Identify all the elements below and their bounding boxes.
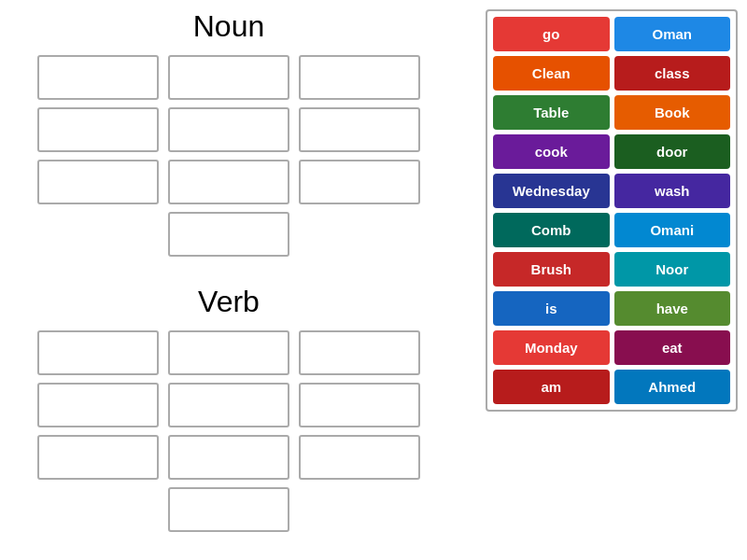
verb-drop-9[interactable]: [299, 435, 420, 480]
noun-drop-8[interactable]: [168, 160, 289, 204]
word-btn-eat[interactable]: eat: [614, 330, 731, 365]
noun-row-4: [28, 212, 430, 257]
noun-drop-1[interactable]: [37, 55, 159, 100]
noun-row-2: [28, 107, 430, 152]
verb-section: Verb: [28, 285, 430, 532]
verb-row-3: [28, 435, 430, 480]
word-btn-noor[interactable]: Noor: [614, 252, 731, 287]
word-btn-door[interactable]: door: [614, 134, 731, 169]
word-btn-omani[interactable]: Omani: [614, 213, 731, 247]
noun-row-3: [28, 160, 430, 204]
word-btn-cook[interactable]: cook: [493, 134, 610, 169]
verb-drop-4[interactable]: [37, 383, 159, 427]
verb-title: Verb: [28, 285, 430, 319]
noun-drop-6[interactable]: [299, 107, 420, 152]
word-btn-class[interactable]: class: [614, 56, 731, 91]
noun-title: Noun: [28, 9, 430, 44]
word-bank: goOmanCleanclassTableBookcookdoorWednesd…: [486, 9, 738, 412]
word-btn-have[interactable]: have: [614, 291, 731, 326]
verb-row-1: [28, 330, 430, 375]
verb-drop-3[interactable]: [299, 330, 420, 375]
verb-drop-7[interactable]: [37, 435, 159, 480]
word-btn-ahmed[interactable]: Ahmed: [614, 370, 731, 404]
noun-drop-10[interactable]: [168, 212, 289, 257]
word-btn-wednesday[interactable]: Wednesday: [493, 174, 610, 208]
word-btn-is[interactable]: is: [493, 291, 610, 326]
verb-drop-8[interactable]: [168, 435, 289, 480]
word-btn-am[interactable]: am: [493, 370, 610, 404]
word-btn-table[interactable]: Table: [493, 95, 610, 130]
word-btn-oman[interactable]: Oman: [614, 17, 731, 51]
word-grid: goOmanCleanclassTableBookcookdoorWednesd…: [493, 17, 730, 404]
word-btn-clean[interactable]: Clean: [493, 56, 610, 91]
left-panel: Noun Verb: [28, 9, 430, 539]
word-btn-monday[interactable]: Monday: [493, 330, 610, 365]
noun-drop-5[interactable]: [168, 107, 289, 152]
verb-drop-6[interactable]: [299, 383, 420, 427]
word-btn-brush[interactable]: Brush: [493, 252, 610, 287]
noun-drop-3[interactable]: [299, 55, 420, 100]
verb-drop-2[interactable]: [168, 330, 289, 375]
noun-row-1: [28, 55, 430, 100]
verb-drop-5[interactable]: [168, 383, 289, 427]
word-btn-book[interactable]: Book: [614, 95, 731, 130]
verb-row-2: [28, 383, 430, 427]
word-btn-wash[interactable]: wash: [614, 174, 731, 208]
verb-drop-10[interactable]: [168, 487, 289, 532]
word-btn-comb[interactable]: Comb: [493, 213, 610, 247]
word-btn-go[interactable]: go: [493, 17, 610, 51]
noun-drop-2[interactable]: [168, 55, 289, 100]
verb-row-4: [28, 487, 430, 532]
noun-drop-9[interactable]: [299, 160, 420, 204]
noun-drop-4[interactable]: [37, 107, 159, 152]
verb-drop-1[interactable]: [37, 330, 159, 375]
noun-drop-7[interactable]: [37, 160, 159, 204]
